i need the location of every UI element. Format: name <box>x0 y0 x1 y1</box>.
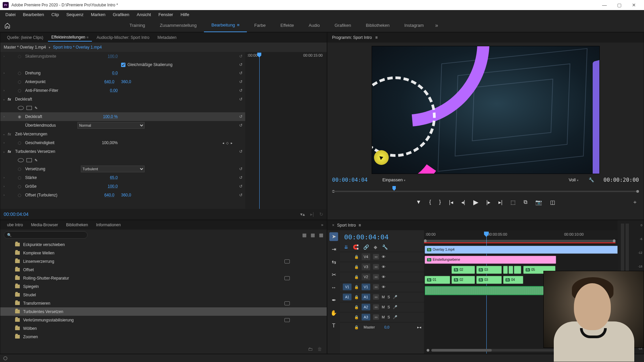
lock-icon[interactable]: 🔒 <box>354 305 359 309</box>
sequence-clip-label[interactable]: Sport Intro * Overlay 1.mp4 <box>53 45 102 50</box>
loop-icon[interactable]: ↻ <box>319 212 323 217</box>
disclosure-icon[interactable]: › <box>0 71 8 75</box>
mark-in-icon[interactable]: { <box>429 199 431 205</box>
keyframe-area[interactable]: :00:00 00:00:15:00 <box>245 52 327 209</box>
reset-icon[interactable]: ↺ <box>239 123 243 128</box>
linked-selection-icon[interactable]: 🔗 <box>363 244 369 250</box>
clip-v2-s3[interactable] <box>514 266 521 274</box>
prop-offset-y[interactable]: 360,0 <box>121 193 131 197</box>
tab-project[interactable]: ube Intro <box>4 222 26 228</box>
tab-audio-mixer[interactable]: Audioclip-Mischer: Sport Intro <box>93 34 153 41</box>
reset-icon[interactable]: ↺ <box>239 97 243 102</box>
workspace-instagram[interactable]: Instagram <box>397 19 431 32</box>
disclosure-icon[interactable]: › <box>0 176 8 179</box>
overflow-icon[interactable]: » <box>321 223 323 227</box>
export-frame-icon[interactable]: 📷 <box>535 199 542 205</box>
reset-icon[interactable]: ↺ <box>239 62 243 67</box>
clip-v2-s1[interactable] <box>503 266 508 274</box>
clip-overlay[interactable]: fxOverlay 1.mp4 <box>425 246 644 254</box>
disclosure-icon[interactable]: › <box>0 193 8 197</box>
reset-icon[interactable]: ↺ <box>239 184 243 189</box>
track-a3[interactable]: A3 <box>362 314 370 320</box>
extract-icon[interactable]: ⧉ <box>524 199 527 205</box>
new-bin-icon[interactable]: 🗀 <box>308 346 313 352</box>
clip-audio-a1[interactable] <box>425 286 556 295</box>
workspace-training[interactable]: Training <box>122 19 152 32</box>
lock-icon[interactable]: 🔒 <box>354 265 359 269</box>
home-button[interactable] <box>0 22 15 28</box>
kf-playhead[interactable] <box>259 53 260 209</box>
uniform-scale-checkbox[interactable] <box>121 63 125 67</box>
effect-item[interactable]: Turbulentes Versetzen <box>0 307 327 316</box>
prop-speed-value[interactable]: 100,00% <box>102 140 118 145</box>
source-patch-v1[interactable]: V1 <box>343 284 352 290</box>
workspace-menu-icon[interactable]: ≡ <box>237 22 239 27</box>
clip-v2-02[interactable]: fx02 <box>451 266 475 274</box>
stopwatch-icon[interactable]: ◌ <box>18 140 24 145</box>
fx-badge-icon[interactable]: fx <box>8 149 14 154</box>
effect-time-remap[interactable]: Zeit-Verzerrungen <box>14 132 47 136</box>
tab-effect-controls[interactable]: Effekteinstellungen≡ <box>48 34 92 42</box>
timeline-ruler[interactable]: :00:00 00:00:05:00 00:00:10:00 00:00:15:… <box>424 230 618 240</box>
lift-icon[interactable]: ⬚ <box>511 199 516 205</box>
mask-rect-icon[interactable] <box>26 158 32 162</box>
settings-wrench-icon[interactable]: 🔧 <box>589 177 594 182</box>
insert-mode-icon[interactable]: ⇊ <box>344 244 348 250</box>
play-icon[interactable]: ▶ <box>473 198 478 206</box>
stopwatch-icon[interactable]: ◉ <box>18 114 24 119</box>
stopwatch-icon[interactable]: ◌ <box>18 71 24 75</box>
clip-v1-02[interactable]: fx02 <box>451 276 475 284</box>
stopwatch-icon[interactable]: ◌ <box>18 175 24 180</box>
disclosure-icon[interactable]: › <box>0 185 8 188</box>
tab-source[interactable]: Quelle: (keine Clips) <box>4 34 47 41</box>
track-output-icon[interactable]: ▭ <box>373 264 379 269</box>
clip-v1-03[interactable]: fx03 <box>476 276 502 284</box>
eye-icon[interactable]: 👁 <box>382 265 385 269</box>
trash-icon[interactable]: 🗑 <box>317 346 322 352</box>
effect-item[interactable]: Eckpunkte verschieben <box>0 240 327 249</box>
reset-icon[interactable]: ↺ <box>239 149 243 154</box>
reset-icon[interactable]: ↺ <box>239 193 243 197</box>
type-tool-icon[interactable]: T <box>329 321 338 330</box>
menu-datei[interactable]: Datei <box>2 11 19 18</box>
lock-icon[interactable]: 🔒 <box>354 295 359 299</box>
button-editor-icon[interactable]: ＋ <box>632 199 638 206</box>
slip-tool-icon[interactable]: ↔ <box>329 283 338 292</box>
program-scrubber[interactable] <box>332 185 639 195</box>
work-area-bar[interactable] <box>424 240 615 242</box>
disclosure-icon[interactable]: ⌄ <box>0 98 8 101</box>
menu-marken[interactable]: Marken <box>88 11 109 18</box>
effect-item[interactable]: Komplexe Wellen <box>0 249 327 257</box>
prop-opacity-value[interactable]: 100,0 % <box>103 114 118 119</box>
menu-fenster[interactable]: Fenster <box>155 11 176 18</box>
mask-ellipse-icon[interactable] <box>18 158 24 162</box>
snap-icon[interactable]: 🧲 <box>353 244 359 250</box>
track-v3[interactable]: V3 <box>362 263 370 270</box>
filter-icon[interactable]: ▾▴ <box>300 212 305 217</box>
track-v2[interactable]: V2 <box>362 274 370 280</box>
reset-icon[interactable]: ↺ <box>239 79 243 84</box>
prop-anchor-x[interactable]: 640,0 <box>104 79 114 84</box>
voiceover-icon[interactable]: 🎤 <box>393 305 397 309</box>
settings-wrench-icon[interactable]: 🔧 <box>382 244 388 250</box>
step-back-icon[interactable]: ◂| <box>461 199 465 205</box>
pen-tool-icon[interactable]: ✒ <box>329 296 338 305</box>
workspace-bearbeitung[interactable]: Bearbeitung≡ <box>204 19 247 32</box>
mask-ellipse-icon[interactable] <box>18 106 24 110</box>
close-button[interactable]: ✕ <box>627 0 641 10</box>
quality-select[interactable]: Voll ▾ <box>569 177 579 182</box>
stopwatch-icon[interactable]: ◌ <box>18 184 24 189</box>
disclosure-icon[interactable]: › <box>0 115 8 118</box>
program-playhead[interactable] <box>392 186 396 191</box>
stopwatch-icon[interactable]: ◌ <box>18 88 24 93</box>
tab-media-browser[interactable]: Media-Browser <box>28 222 61 228</box>
next-keyframe-icon[interactable]: ▸ <box>231 141 232 145</box>
expand-icon[interactable]: ▸◂ <box>417 325 421 329</box>
timeline-timecode[interactable]: 00:00:04:04 <box>340 230 424 242</box>
effect-item[interactable]: Spiegeln <box>0 282 327 291</box>
disclosure-icon[interactable]: ⌄ <box>0 150 8 153</box>
play-only-icon[interactable]: ▸| <box>310 212 314 217</box>
go-to-in-icon[interactable]: |◂ <box>449 199 453 205</box>
add-keyframe-icon[interactable]: ◇ <box>226 141 229 145</box>
voiceover-icon[interactable]: 🎤 <box>393 315 397 319</box>
